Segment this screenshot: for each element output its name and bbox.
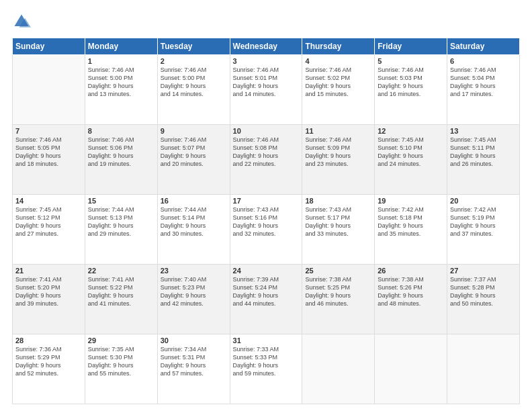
- day-info: Sunrise: 7:44 AMSunset: 5:13 PMDaylight:…: [88, 205, 154, 238]
- day-number: 17: [233, 197, 300, 205]
- day-info: Sunrise: 7:46 AMSunset: 5:00 PMDaylight:…: [88, 66, 154, 99]
- day-number: 21: [15, 267, 82, 275]
- day-number: 9: [161, 127, 227, 135]
- day-number: 2: [161, 57, 227, 65]
- week-row-2: 7Sunrise: 7:46 AMSunset: 5:05 PMDaylight…: [13, 125, 520, 195]
- day-number: 28: [15, 336, 82, 345]
- day-info: Sunrise: 7:45 AMSunset: 5:10 PMDaylight:…: [378, 136, 444, 169]
- calendar-cell: 24Sunrise: 7:39 AMSunset: 5:24 PMDayligh…: [230, 265, 302, 334]
- calendar-cell: 8Sunrise: 7:46 AMSunset: 5:06 PMDaylight…: [85, 125, 157, 195]
- day-info: Sunrise: 7:36 AMSunset: 5:29 PMDaylight:…: [15, 345, 82, 378]
- calendar-cell: 4Sunrise: 7:46 AMSunset: 5:02 PMDaylight…: [302, 55, 375, 125]
- day-info: Sunrise: 7:45 AMSunset: 5:11 PMDaylight:…: [450, 136, 517, 169]
- calendar-cell: 23Sunrise: 7:40 AMSunset: 5:23 PMDayligh…: [157, 265, 230, 334]
- day-number: 13: [450, 127, 517, 135]
- header: [12, 12, 520, 31]
- calendar-cell: 28Sunrise: 7:36 AMSunset: 5:29 PMDayligh…: [13, 334, 85, 404]
- day-info: Sunrise: 7:46 AMSunset: 5:03 PMDaylight:…: [378, 66, 444, 99]
- day-number: 11: [305, 127, 371, 135]
- weekday-header-row: SundayMondayTuesdayWednesdayThursdayFrid…: [13, 38, 520, 55]
- day-info: Sunrise: 7:39 AMSunset: 5:24 PMDaylight:…: [233, 275, 300, 308]
- weekday-header-thursday: Thursday: [302, 38, 375, 55]
- calendar-cell: 1Sunrise: 7:46 AMSunset: 5:00 PMDaylight…: [85, 55, 157, 125]
- day-number: 27: [450, 267, 517, 275]
- day-number: 29: [88, 336, 154, 345]
- day-number: 12: [378, 127, 444, 135]
- day-info: Sunrise: 7:46 AMSunset: 5:00 PMDaylight:…: [161, 66, 227, 99]
- calendar-cell: 14Sunrise: 7:45 AMSunset: 5:12 PMDayligh…: [13, 195, 85, 265]
- day-number: 14: [15, 197, 82, 205]
- day-number: 26: [378, 267, 444, 275]
- calendar-cell: [447, 334, 520, 404]
- calendar-cell: 30Sunrise: 7:34 AMSunset: 5:31 PMDayligh…: [157, 334, 230, 404]
- day-info: Sunrise: 7:45 AMSunset: 5:12 PMDaylight:…: [15, 205, 82, 238]
- day-info: Sunrise: 7:41 AMSunset: 5:20 PMDaylight:…: [15, 275, 82, 308]
- day-info: Sunrise: 7:42 AMSunset: 5:19 PMDaylight:…: [450, 205, 517, 238]
- day-number: 23: [161, 267, 227, 275]
- day-number: 16: [161, 197, 227, 205]
- day-number: 5: [378, 57, 444, 65]
- calendar-cell: [13, 55, 85, 125]
- day-info: Sunrise: 7:44 AMSunset: 5:14 PMDaylight:…: [161, 205, 227, 238]
- calendar-cell: 22Sunrise: 7:41 AMSunset: 5:22 PMDayligh…: [85, 265, 157, 334]
- day-info: Sunrise: 7:42 AMSunset: 5:18 PMDaylight:…: [378, 205, 444, 238]
- day-info: Sunrise: 7:46 AMSunset: 5:09 PMDaylight:…: [305, 136, 371, 169]
- weekday-header-saturday: Saturday: [447, 38, 520, 55]
- calendar-cell: 12Sunrise: 7:45 AMSunset: 5:10 PMDayligh…: [375, 125, 447, 195]
- weekday-header-tuesday: Tuesday: [157, 38, 230, 55]
- day-info: Sunrise: 7:41 AMSunset: 5:22 PMDaylight:…: [88, 275, 154, 308]
- calendar-cell: 10Sunrise: 7:46 AMSunset: 5:08 PMDayligh…: [230, 125, 302, 195]
- day-number: 31: [233, 336, 300, 345]
- day-info: Sunrise: 7:35 AMSunset: 5:30 PMDaylight:…: [88, 345, 154, 378]
- day-info: Sunrise: 7:46 AMSunset: 5:04 PMDaylight:…: [450, 66, 517, 99]
- calendar-table: SundayMondayTuesdayWednesdayThursdayFrid…: [12, 38, 520, 404]
- day-info: Sunrise: 7:46 AMSunset: 5:07 PMDaylight:…: [161, 136, 227, 169]
- week-row-3: 14Sunrise: 7:45 AMSunset: 5:12 PMDayligh…: [13, 195, 520, 265]
- calendar-cell: 26Sunrise: 7:38 AMSunset: 5:26 PMDayligh…: [375, 265, 447, 334]
- calendar-cell: 27Sunrise: 7:37 AMSunset: 5:28 PMDayligh…: [447, 265, 520, 334]
- day-number: 19: [378, 197, 444, 205]
- day-number: 15: [88, 197, 154, 205]
- day-number: 30: [161, 336, 227, 345]
- day-info: Sunrise: 7:33 AMSunset: 5:33 PMDaylight:…: [233, 345, 300, 378]
- day-number: 24: [233, 267, 300, 275]
- day-number: 4: [305, 57, 371, 65]
- day-info: Sunrise: 7:38 AMSunset: 5:26 PMDaylight:…: [378, 275, 444, 308]
- week-row-5: 28Sunrise: 7:36 AMSunset: 5:29 PMDayligh…: [13, 334, 520, 404]
- page: SundayMondayTuesdayWednesdayThursdayFrid…: [0, 0, 532, 411]
- calendar-cell: 17Sunrise: 7:43 AMSunset: 5:16 PMDayligh…: [230, 195, 302, 265]
- calendar-cell: 6Sunrise: 7:46 AMSunset: 5:04 PMDaylight…: [447, 55, 520, 125]
- calendar-cell: 31Sunrise: 7:33 AMSunset: 5:33 PMDayligh…: [230, 334, 302, 404]
- calendar-cell: 13Sunrise: 7:45 AMSunset: 5:11 PMDayligh…: [447, 125, 520, 195]
- day-number: 8: [88, 127, 154, 135]
- day-number: 25: [305, 267, 371, 275]
- day-info: Sunrise: 7:40 AMSunset: 5:23 PMDaylight:…: [161, 275, 227, 308]
- day-number: 20: [450, 197, 517, 205]
- day-number: 18: [305, 197, 371, 205]
- weekday-header-wednesday: Wednesday: [230, 38, 302, 55]
- day-info: Sunrise: 7:46 AMSunset: 5:06 PMDaylight:…: [88, 136, 154, 169]
- day-number: 22: [88, 267, 154, 275]
- logo: [12, 12, 34, 31]
- day-info: Sunrise: 7:38 AMSunset: 5:25 PMDaylight:…: [305, 275, 371, 308]
- day-number: 3: [233, 57, 300, 65]
- weekday-header-friday: Friday: [375, 38, 447, 55]
- day-info: Sunrise: 7:46 AMSunset: 5:05 PMDaylight:…: [15, 136, 82, 169]
- logo-icon: [12, 12, 31, 31]
- day-info: Sunrise: 7:46 AMSunset: 5:08 PMDaylight:…: [233, 136, 300, 169]
- day-info: Sunrise: 7:43 AMSunset: 5:17 PMDaylight:…: [305, 205, 371, 238]
- day-info: Sunrise: 7:34 AMSunset: 5:31 PMDaylight:…: [161, 345, 227, 378]
- calendar-cell: 3Sunrise: 7:46 AMSunset: 5:01 PMDaylight…: [230, 55, 302, 125]
- week-row-4: 21Sunrise: 7:41 AMSunset: 5:20 PMDayligh…: [13, 265, 520, 334]
- calendar-cell: 5Sunrise: 7:46 AMSunset: 5:03 PMDaylight…: [375, 55, 447, 125]
- day-info: Sunrise: 7:43 AMSunset: 5:16 PMDaylight:…: [233, 205, 300, 238]
- calendar-cell: 9Sunrise: 7:46 AMSunset: 5:07 PMDaylight…: [157, 125, 230, 195]
- calendar-cell: [375, 334, 447, 404]
- calendar-cell: 20Sunrise: 7:42 AMSunset: 5:19 PMDayligh…: [447, 195, 520, 265]
- weekday-header-monday: Monday: [85, 38, 157, 55]
- calendar-cell: 19Sunrise: 7:42 AMSunset: 5:18 PMDayligh…: [375, 195, 447, 265]
- calendar-cell: [302, 334, 375, 404]
- calendar-cell: 18Sunrise: 7:43 AMSunset: 5:17 PMDayligh…: [302, 195, 375, 265]
- calendar-cell: 21Sunrise: 7:41 AMSunset: 5:20 PMDayligh…: [13, 265, 85, 334]
- day-info: Sunrise: 7:46 AMSunset: 5:01 PMDaylight:…: [233, 66, 300, 99]
